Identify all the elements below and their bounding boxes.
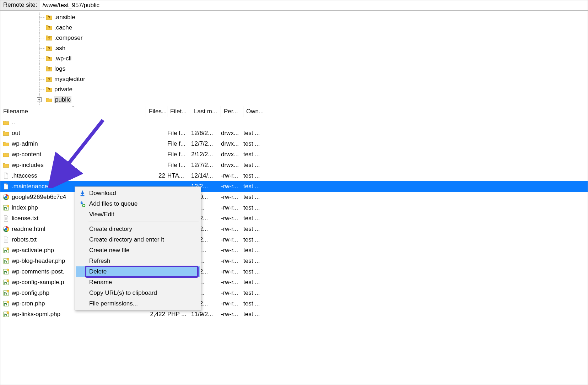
- menu-item-label: File permissions...: [89, 300, 138, 307]
- menu-item-label: Copy URL(s) to clipboard: [89, 289, 157, 297]
- menu-item-create-new-file[interactable]: Create new file: [76, 245, 200, 256]
- download-icon: [79, 190, 86, 197]
- context-menu: DownloadAdd files to queueView/EditCreat…: [75, 186, 201, 310]
- file-type: HTA...: [167, 172, 191, 179]
- file-row[interactable]: wp-includesFile f...12/7/2...drwx...test…: [0, 160, 588, 170]
- tree-node[interactable]: private: [0, 84, 588, 94]
- file-row[interactable]: wp-links-opml.php2,422PHP ...11/9/2...-r…: [0, 309, 588, 320]
- text-icon: [2, 237, 10, 243]
- menu-item-create-directory[interactable]: Create directory: [76, 224, 200, 234]
- col-header-permissions[interactable]: Per...: [221, 106, 243, 117]
- file-icon: [2, 173, 10, 179]
- file-owner: test ...: [243, 172, 267, 179]
- tree-node[interactable]: +public: [0, 94, 588, 105]
- menu-item-label: View/Edit: [89, 211, 114, 218]
- file-owner: test ...: [243, 140, 267, 147]
- file-name: wp-comments-post.: [12, 268, 64, 275]
- tree-node[interactable]: .ansible: [0, 12, 588, 22]
- sort-icon: ⌃: [71, 105, 75, 110]
- menu-item-rename[interactable]: Rename: [76, 277, 200, 288]
- col-header-size[interactable]: Files...: [146, 106, 167, 117]
- menu-item-add-files-to-queue[interactable]: Add files to queue: [76, 199, 200, 209]
- tree-node[interactable]: logs: [0, 64, 588, 74]
- col-header-modified[interactable]: Last m...: [191, 106, 221, 117]
- file-name: readme.html: [12, 226, 45, 233]
- file-type: File f...: [167, 151, 191, 158]
- text-icon: [2, 215, 10, 222]
- tree-node-label: private: [54, 86, 72, 93]
- file-owner: test ...: [243, 194, 267, 201]
- add-queue-icon: [79, 200, 86, 208]
- menu-item-delete[interactable]: Delete: [76, 266, 200, 277]
- file-name: wp-admin: [12, 140, 38, 147]
- file-name: wp-includes: [12, 162, 44, 169]
- file-row[interactable]: wp-adminFile f...12/7/2...drwx...test ..…: [0, 139, 588, 149]
- chrome-icon: [2, 226, 10, 232]
- file-permissions: -rw-r...: [221, 247, 243, 254]
- menu-item-label: Create new file: [89, 247, 129, 254]
- file-type: File f...: [167, 140, 191, 147]
- col-header-filename[interactable]: ⌃ Filename: [0, 106, 146, 117]
- menu-item-copy-url-s-to-clipboard[interactable]: Copy URL(s) to clipboard: [76, 288, 200, 298]
- file-owner: test ...: [243, 279, 267, 286]
- tree-node[interactable]: .composer: [0, 33, 588, 43]
- file-owner: test ...: [243, 215, 267, 222]
- file-owner: test ...: [243, 183, 267, 190]
- tree-node-label: .ssh: [54, 45, 65, 52]
- file-row[interactable]: ..: [0, 117, 588, 128]
- question-folder-icon: [46, 45, 52, 51]
- file-name: .htaccess: [12, 172, 37, 179]
- file-modified: 11/9/2...: [191, 311, 221, 318]
- file-icon: [2, 183, 10, 190]
- file-row[interactable]: .htaccess22HTA...12/14/...-rw-r...test .…: [0, 170, 588, 181]
- file-owner: test ...: [243, 204, 267, 211]
- php-icon: [2, 205, 10, 211]
- file-size: 2,422: [146, 311, 167, 318]
- file-permissions: -rw-r...: [221, 236, 243, 243]
- file-name: index.php: [12, 204, 38, 211]
- file-owner: test ...: [243, 247, 267, 254]
- col-header-filename-label: Filename: [3, 108, 28, 115]
- php-icon: [2, 300, 10, 307]
- folder-icon: [2, 119, 10, 126]
- file-row[interactable]: outFile f...12/6/2...drwx...test ...: [0, 128, 588, 139]
- tree-node[interactable]: .cache: [0, 22, 588, 33]
- tree-node[interactable]: mysqleditor: [0, 74, 588, 84]
- menu-item-refresh[interactable]: Refresh: [76, 256, 200, 266]
- tree-expander-icon[interactable]: +: [37, 97, 42, 102]
- menu-item-view-edit[interactable]: View/Edit: [76, 209, 200, 220]
- tree-node[interactable]: .wp-cli: [0, 53, 588, 64]
- remote-path-input[interactable]: [40, 0, 588, 10]
- col-header-type[interactable]: Filet...: [167, 106, 191, 117]
- file-type: File f...: [167, 130, 191, 137]
- file-owner: test ...: [243, 162, 267, 169]
- menu-item-file-permissions[interactable]: File permissions...: [76, 298, 200, 309]
- file-type: File f...: [167, 162, 191, 169]
- file-owner: test ...: [243, 300, 267, 307]
- question-folder-icon: [46, 86, 52, 93]
- file-name: out: [12, 130, 20, 137]
- chrome-icon: [2, 194, 10, 200]
- file-permissions: -rw-r...: [221, 257, 243, 265]
- tree-node[interactable]: .ssh: [0, 43, 588, 53]
- file-permissions: -rw-r...: [221, 204, 243, 211]
- file-type: PHP ...: [167, 311, 191, 318]
- remote-tree-panel[interactable]: .ansible.cache.composer.ssh.wp-clilogsmy…: [0, 11, 588, 106]
- file-row[interactable]: wp-contentFile f...2/12/2...drwx...test …: [0, 149, 588, 160]
- menu-separator: [88, 222, 199, 222]
- menu-item-download[interactable]: Download: [76, 188, 200, 199]
- file-name: robots.txt: [12, 236, 37, 243]
- file-owner: test ...: [243, 236, 267, 243]
- menu-item-create-directory-and-enter-it[interactable]: Create directory and enter it: [76, 234, 200, 245]
- remote-site-bar: Remote site:: [0, 0, 588, 11]
- folder-icon: [2, 141, 10, 147]
- file-modified: 12/6/2...: [191, 130, 221, 137]
- question-folder-icon: [46, 66, 52, 72]
- col-header-owner[interactable]: Own...: [243, 106, 267, 117]
- file-name: wp-config.php: [12, 289, 49, 297]
- file-owner: test ...: [243, 151, 267, 158]
- folder-icon: [2, 162, 10, 168]
- tree-node-label: public: [54, 96, 71, 103]
- file-name: ..: [12, 119, 15, 126]
- question-folder-icon: [46, 14, 52, 21]
